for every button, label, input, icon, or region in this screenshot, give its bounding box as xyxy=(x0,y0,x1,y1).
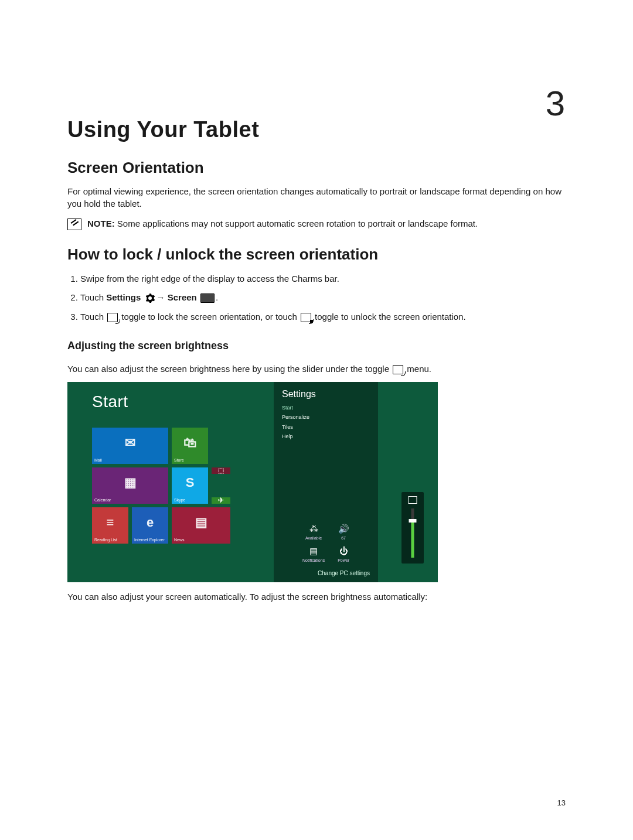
rotation-icon xyxy=(393,365,403,374)
steps-list: Swipe from the right edge of the display… xyxy=(80,272,566,325)
settings-menu-item[interactable]: Tiles xyxy=(282,422,370,432)
settings-menu-item[interactable]: Personalize xyxy=(282,412,370,422)
tile-news[interactable]: ▤ News xyxy=(172,507,230,544)
start-label: Start xyxy=(92,392,274,411)
volume-button[interactable]: 🔊67 xyxy=(338,524,349,540)
reading-icon: ≡ xyxy=(107,515,114,530)
rotation-lock-icon xyxy=(301,313,311,322)
mail-icon: ✉ xyxy=(125,435,135,450)
notifications-button[interactable]: ▤Notifications xyxy=(302,546,325,562)
rotation-unlock-icon xyxy=(107,313,118,322)
step-3: Touch toggle to lock the screen orientat… xyxy=(80,310,566,325)
change-pc-settings-link[interactable]: Change PC settings xyxy=(318,570,370,576)
ie-icon: e xyxy=(147,515,154,530)
tile-mail[interactable]: ✉ Mail xyxy=(92,428,168,464)
calendar-icon: ▦ xyxy=(124,475,137,490)
settings-charm-panel: Settings Start Personalize Tiles Help ⁂A… xyxy=(274,382,378,582)
note-icon xyxy=(67,218,81,230)
body-text: You can also adjust the screen brightnes… xyxy=(67,363,566,375)
start-screen: Start ✉ Mail 🛍 Store ▦ Calendar S Skype xyxy=(67,382,274,582)
notifications-icon: ▤ xyxy=(302,546,325,555)
quick-settings-row: ⁂Available ▤Notifications 🔊67 ⏻Power xyxy=(274,524,378,562)
page-number: 13 xyxy=(557,798,566,807)
settings-menu-item[interactable]: Help xyxy=(282,432,370,441)
tile-camera[interactable]: ⬚ xyxy=(212,467,230,474)
settings-menu: Start Personalize Tiles Help xyxy=(282,403,370,441)
volume-icon: 🔊 xyxy=(338,524,349,533)
tile-calendar[interactable]: ▦ Calendar xyxy=(92,467,168,504)
step-1: Swipe from the right edge of the display… xyxy=(80,272,566,286)
document-page: 3 Using Your Tablet Screen Orientation F… xyxy=(0,0,633,840)
camera-icon: ⬚ xyxy=(218,466,224,474)
brightness-slider[interactable] xyxy=(411,508,414,558)
store-icon: 🛍 xyxy=(183,435,196,450)
note-block: NOTE: Some applications may not support … xyxy=(67,217,566,230)
settings-menu-item[interactable]: Start xyxy=(282,403,370,412)
brightness-slider-panel xyxy=(401,492,424,564)
tile-reading-list[interactable]: ≡ Reading List xyxy=(92,507,128,544)
settings-title: Settings xyxy=(282,389,370,399)
tile-internet-explorer[interactable]: e Internet Explorer xyxy=(132,507,168,544)
body-text: For optimal viewing experience, the scre… xyxy=(67,185,566,210)
section-heading-orientation: Screen Orientation xyxy=(67,159,566,177)
chapter-title: Using Your Tablet xyxy=(67,117,566,142)
gear-icon xyxy=(145,293,155,303)
network-button[interactable]: ⁂Available xyxy=(302,524,325,540)
tile-games[interactable]: ✈ xyxy=(212,497,230,504)
note-label: NOTE: xyxy=(87,218,117,228)
windows8-screenshot: Start ✉ Mail 🛍 Store ▦ Calendar S Skype xyxy=(67,382,438,582)
screen-icon xyxy=(200,293,215,303)
power-icon: ⏻ xyxy=(338,546,349,555)
games-icon: ✈ xyxy=(218,496,224,504)
note-body: Some applications may not support automa… xyxy=(117,218,478,228)
tile-skype[interactable]: S Skype xyxy=(172,467,208,504)
rotation-toggle-icon[interactable] xyxy=(409,496,417,504)
skype-icon: S xyxy=(186,475,195,490)
section-heading-lock: How to lock / unlock the screen orientat… xyxy=(67,245,566,264)
step-2: Touch Settings → Screen . xyxy=(80,291,566,305)
wifi-icon: ⁂ xyxy=(302,524,325,533)
power-button[interactable]: ⏻Power xyxy=(338,546,349,562)
note-text: NOTE: Some applications may not support … xyxy=(87,217,478,230)
slider-thumb[interactable] xyxy=(409,519,417,523)
tile-grid: ✉ Mail 🛍 Store ▦ Calendar S Skype ⬚ xyxy=(92,428,274,544)
tile-store[interactable]: 🛍 Store xyxy=(172,428,208,464)
chapter-number: 3 xyxy=(546,83,566,124)
subsection-heading-brightness: Adjusting the screen brightness xyxy=(67,340,566,352)
body-text: You can also adjust your screen automati… xyxy=(67,590,566,603)
news-icon: ▤ xyxy=(195,515,207,530)
